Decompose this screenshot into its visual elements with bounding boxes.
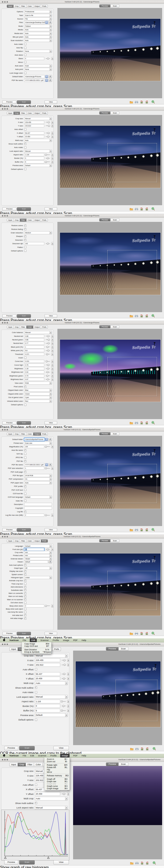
- stepper-arrows-icon[interactable]: ▲▼: [51, 374, 54, 377]
- tab-filter[interactable]: Filter: [20, 326, 27, 329]
- file-input-pdf-file-name[interactable]: YYYY-MM-DD-0001+.pdf: [24, 463, 45, 466]
- slider-thumb[interactable]: [64, 664, 66, 666]
- value-input-descreen-dpi[interactable]: 142: [24, 242, 44, 245]
- dropdown-pdf-file-type[interactable]: 24 bit RGB▲▼: [24, 474, 52, 477]
- tab-color[interactable]: Color: [27, 112, 33, 115]
- dropdown-media[interactable]: Auto▲▼: [24, 28, 52, 31]
- slider-thumb[interactable]: [47, 342, 50, 344]
- slider-curve-low[interactable]: [46, 361, 50, 362]
- stepper-arrows-icon[interactable]: ▲▼: [67, 705, 69, 708]
- checkbox-display-raw-scan[interactable]: [24, 570, 27, 572]
- value-input-pdf-size-reduction[interactable]: 1: [24, 467, 44, 470]
- value-input-y-offset[interactable]: 20.459: [35, 792, 60, 796]
- tab-crop[interactable]: Crop: [13, 219, 20, 222]
- slider-thumb[interactable]: [47, 132, 50, 134]
- scan-button[interactable]: Scan: [17, 528, 31, 532]
- preview-button[interactable]: Preview: [2, 421, 17, 425]
- dropdown-options[interactable]: Professional▲▼: [24, 10, 52, 13]
- apple-menu[interactable]: [2, 754, 6, 758]
- value-input-x-offset[interactable]: 56.437: [24, 131, 44, 135]
- stepper-arrows-icon[interactable]: ▲▼: [51, 514, 54, 517]
- file-dropdown-icon[interactable]: ▼: [45, 463, 48, 466]
- slider-thumb[interactable]: [46, 157, 49, 159]
- menu-edit[interactable]: Edit: [30, 639, 37, 642]
- scan-button[interactable]: Scan: [17, 632, 31, 636]
- value-input-neutral-green[interactable]: 0.86: [24, 338, 44, 341]
- slider-brightness[interactable]: [46, 368, 50, 369]
- checkbox-exit-when-done[interactable]: [24, 601, 27, 604]
- checkbox-auto-rotate[interactable]: [24, 146, 27, 149]
- value-input-brightness-green[interactable]: 0.79: [24, 374, 44, 377]
- scan-button[interactable]: Scan: [17, 207, 31, 211]
- stepper-arrows-icon[interactable]: ▲▼: [51, 121, 54, 124]
- slider-thumb[interactable]: [45, 467, 47, 469]
- tab-filter[interactable]: Filter: [20, 112, 27, 115]
- stepper-arrows-icon[interactable]: ▲▼: [67, 677, 69, 680]
- tab-color[interactable]: Color: [27, 5, 33, 8]
- stepper-arrows-icon[interactable]: ▲▼: [50, 150, 52, 152]
- slider-neutral-red[interactable]: [46, 336, 50, 336]
- dropdown-source[interactable]: File▲▼: [24, 18, 52, 21]
- slider-pdf-size-reduction[interactable]: [46, 468, 50, 469]
- slider-y-size[interactable]: [62, 665, 66, 665]
- checkbox-auto-offset[interactable]: [35, 783, 37, 786]
- menu-item-graph-curve[interactable]: Graph curve⌘3: [44, 785, 70, 787]
- tab-input[interactable]: Input: [7, 432, 13, 436]
- slider-thumb[interactable]: [63, 793, 65, 795]
- tab-prefs[interactable]: Prefs: [41, 5, 48, 8]
- tab-input[interactable]: Input: [7, 326, 13, 329]
- stepper-arrows-icon[interactable]: ▲▼: [67, 793, 69, 796]
- stepper-arrows-icon[interactable]: ▲▼: [50, 576, 52, 579]
- tab-prefs[interactable]: Prefs: [41, 112, 48, 115]
- image-canvas[interactable]: [73, 766, 162, 859]
- stepper-arrows-icon[interactable]: ▲▼: [51, 353, 54, 356]
- dropdown-media-size[interactable]: Auto▲▼: [24, 32, 52, 35]
- title-bar[interactable]: VueScan 9 x64 (9.5.12) - /Users/softpedi…: [0, 535, 164, 538]
- dropdown-view-color[interactable]: RGB▲▼: [24, 381, 52, 384]
- stepper-arrows-icon[interactable]: ▲▼: [51, 335, 54, 338]
- slider-magnification[interactable]: [46, 446, 50, 447]
- file-input-viewer[interactable]: default: [24, 560, 48, 563]
- slider-thumb[interactable]: [61, 700, 63, 703]
- stepper-arrows-icon[interactable]: ▲▼: [50, 393, 52, 395]
- checkbox-show-multi-outline[interactable]: [35, 802, 37, 804]
- slider-font-size-pt[interactable]: [46, 549, 50, 550]
- stepper-arrows-icon[interactable]: ▲▼: [50, 68, 52, 71]
- stepper-arrows-icon[interactable]: ▲▼: [50, 567, 52, 569]
- stepper-arrows-icon[interactable]: ▲▼: [67, 709, 69, 712]
- view-tab-scan[interactable]: Scan: [110, 4, 120, 7]
- checkbox-auto-file-name[interactable]: [24, 449, 27, 452]
- view-button[interactable]: View: [44, 632, 57, 636]
- checkbox-sharpen[interactable]: [24, 235, 27, 238]
- stepper-arrows-icon[interactable]: ▲▼: [50, 36, 52, 38]
- slider-x-size[interactable]: [62, 660, 66, 660]
- slider-thumb[interactable]: [47, 349, 50, 351]
- stepper-arrows-icon[interactable]: ▲▼: [67, 659, 69, 662]
- tab-prefs[interactable]: Prefs: [41, 326, 48, 329]
- stepper-arrows-icon[interactable]: ▲▼: [51, 367, 54, 370]
- slider-thumb[interactable]: [47, 243, 49, 245]
- checkbox-anti-alias-text[interactable]: [24, 614, 27, 616]
- image-canvas[interactable]: Softpedia Tc: [57, 329, 162, 419]
- slider-thumb[interactable]: [46, 353, 48, 355]
- slider-thumb[interactable]: [45, 154, 47, 156]
- stepper-arrows-icon[interactable]: ▲▼: [50, 139, 52, 142]
- menu-item-rotate-right[interactable]: Rotate right⌘R: [44, 764, 70, 766]
- scan-button[interactable]: Scan: [19, 860, 35, 865]
- stepper-arrows-icon[interactable]: ▲▼: [50, 39, 52, 42]
- preview-button[interactable]: Preview: [2, 207, 17, 211]
- tab-prefs[interactable]: Prefs: [41, 432, 48, 436]
- view-tab-scan[interactable]: Scan: [110, 325, 120, 328]
- checkbox-auto-rotate[interactable]: [24, 43, 27, 45]
- stepper-arrows-icon[interactable]: ▲▼: [50, 545, 52, 548]
- slider-thumb[interactable]: [47, 58, 49, 60]
- title-bar[interactable]: VueScan 9 x64 (9.5.12) - /Users/sergiu/P…: [0, 214, 164, 218]
- menu-item-zoom-in[interactable]: Zoom in⌘+: [44, 758, 70, 761]
- slider-white-point[interactable]: [46, 350, 50, 351]
- value-input-curve-high[interactable]: 0.75: [24, 364, 44, 367]
- image-canvas[interactable]: Softpedia Tc: [57, 8, 162, 98]
- file-input-files[interactable]: /Users/sergiu/Desktop/.Softpe: [24, 21, 45, 24]
- browse-button[interactable]: @: [48, 21, 52, 24]
- slider-border[interactable]: [46, 158, 50, 159]
- value-input-brightness-red[interactable]: 0.94: [24, 371, 44, 374]
